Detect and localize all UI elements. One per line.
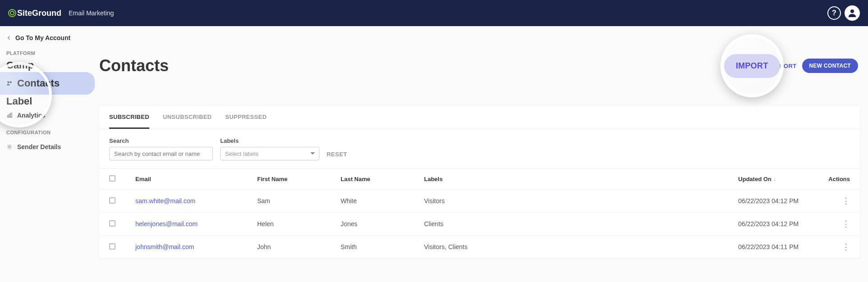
sidebar-item-campaigns[interactable]: Camp bbox=[0, 59, 95, 72]
email-link[interactable]: sam.white@mail.com bbox=[135, 197, 195, 205]
back-label: Go To My Account bbox=[15, 34, 70, 41]
app-name: Email Marketing bbox=[69, 9, 114, 17]
arrow-left-icon bbox=[6, 35, 12, 41]
sidebar-lens-area: Camp Contacts Label bbox=[0, 59, 95, 107]
contacts-card: SUBSCRIBED UNSUBSCRIBED SUPPRESSED Searc… bbox=[99, 106, 860, 258]
avatar-icon[interactable] bbox=[845, 5, 860, 21]
row-actions-menu[interactable]: ⋮ bbox=[842, 196, 850, 206]
section-platform-label: PLATFORM bbox=[6, 50, 95, 56]
cell-first-name: Helen bbox=[247, 213, 331, 236]
table-row: helenjones@mail.comHelenJonesClients06/2… bbox=[99, 213, 860, 236]
svg-rect-5 bbox=[11, 113, 12, 118]
logo-text: SiteGround bbox=[17, 9, 61, 18]
svg-rect-4 bbox=[9, 114, 10, 118]
logo[interactable]: SiteGround bbox=[8, 9, 61, 18]
page-title: Contacts bbox=[99, 56, 169, 75]
sidebar: Go To My Account PLATFORM Camp Contacts … bbox=[0, 26, 99, 266]
topbar-right: ? bbox=[827, 5, 860, 21]
import-button[interactable]: IMPORT bbox=[724, 54, 780, 78]
page-actions: IMPORT XPORT NEW CONTACT bbox=[720, 34, 858, 97]
nav-label: Label bbox=[6, 96, 32, 107]
labels-select-display: Select labels bbox=[220, 147, 319, 160]
cell-updated-on: 06/22/2023 04:11 PM bbox=[728, 236, 818, 259]
section-configuration-label: CONFIGURATION bbox=[6, 130, 95, 135]
magnifier-lens-import: IMPORT bbox=[720, 34, 784, 97]
analytics-icon bbox=[6, 112, 13, 118]
search-field: Search bbox=[109, 137, 213, 160]
nav-label: Analytics bbox=[17, 112, 45, 119]
tab-subscribed[interactable]: SUBSCRIBED bbox=[109, 106, 149, 129]
labels-select[interactable]: Select labels bbox=[220, 147, 319, 160]
email-link[interactable]: helenjones@mail.com bbox=[135, 220, 198, 227]
sidebar-item-analytics[interactable]: Analytics bbox=[0, 107, 95, 123]
th-updated-on[interactable]: Updated On↓ bbox=[728, 169, 818, 190]
table-header-row: Email First Name Last Name Labels Update… bbox=[99, 169, 860, 190]
cell-last-name: Smith bbox=[331, 236, 414, 259]
search-input[interactable] bbox=[109, 147, 213, 160]
contacts-icon bbox=[6, 80, 13, 86]
row-actions-menu[interactable]: ⋮ bbox=[842, 242, 850, 252]
th-actions: Actions bbox=[818, 169, 860, 190]
nav-label: Sender Details bbox=[17, 143, 61, 150]
cell-first-name: John bbox=[247, 236, 331, 259]
th-first-name[interactable]: First Name bbox=[247, 169, 331, 190]
tab-unsubscribed[interactable]: UNSUBSCRIBED bbox=[163, 106, 212, 129]
gear-icon bbox=[6, 144, 13, 150]
cell-labels: Clients bbox=[414, 213, 728, 236]
email-link[interactable]: johnsmith@mail.com bbox=[135, 243, 194, 250]
svg-point-1 bbox=[7, 81, 9, 83]
topbar-left: SiteGround Email Marketing bbox=[8, 9, 114, 18]
filters: Search Labels Select labels RESET bbox=[99, 129, 860, 168]
tab-suppressed[interactable]: SUPPRESSED bbox=[225, 106, 267, 129]
th-email[interactable]: Email bbox=[125, 169, 247, 190]
sidebar-item-sender-details[interactable]: Sender Details bbox=[0, 139, 95, 155]
svg-point-6 bbox=[9, 146, 10, 148]
top-bar: SiteGround Email Marketing ? bbox=[0, 0, 868, 26]
reset-button[interactable]: RESET bbox=[327, 151, 347, 160]
nav-label: Contacts bbox=[17, 77, 60, 89]
sidebar-item-contacts[interactable]: Contacts bbox=[0, 72, 95, 95]
row-checkbox[interactable] bbox=[109, 197, 115, 204]
tabs: SUBSCRIBED UNSUBSCRIBED SUPPRESSED bbox=[99, 106, 860, 129]
row-actions-menu[interactable]: ⋮ bbox=[842, 219, 850, 229]
labels-field: Labels Select labels bbox=[220, 137, 319, 160]
cell-first-name: Sam bbox=[247, 190, 331, 213]
back-to-account-link[interactable]: Go To My Account bbox=[6, 34, 95, 41]
search-label: Search bbox=[109, 137, 213, 144]
table-row: sam.white@mail.comSamWhiteVisitors06/22/… bbox=[99, 190, 860, 213]
cell-labels: Visitors bbox=[414, 190, 728, 213]
page-header: Contacts IMPORT XPORT NEW CONTACT bbox=[99, 34, 860, 97]
svg-point-2 bbox=[9, 81, 11, 83]
row-checkbox[interactable] bbox=[109, 220, 115, 227]
select-all-checkbox[interactable] bbox=[109, 175, 115, 182]
th-labels[interactable]: Labels bbox=[414, 169, 728, 190]
help-icon[interactable]: ? bbox=[827, 6, 841, 20]
svg-point-0 bbox=[850, 9, 854, 13]
sidebar-item-labels[interactable]: Label bbox=[0, 95, 95, 107]
sort-down-icon: ↓ bbox=[773, 176, 776, 182]
new-contact-button[interactable]: NEW CONTACT bbox=[802, 59, 858, 73]
main-content: Contacts IMPORT XPORT NEW CONTACT SUBSCR… bbox=[99, 26, 868, 266]
th-last-name[interactable]: Last Name bbox=[331, 169, 414, 190]
svg-rect-3 bbox=[8, 115, 9, 118]
labels-label: Labels bbox=[220, 137, 319, 144]
cell-updated-on: 06/22/2023 04:12 PM bbox=[728, 213, 818, 236]
table-row: johnsmith@mail.comJohnSmithVisitors, Cli… bbox=[99, 236, 860, 259]
row-checkbox[interactable] bbox=[109, 243, 115, 250]
th-updated-on-label: Updated On bbox=[738, 176, 771, 182]
cell-last-name: White bbox=[331, 190, 414, 213]
cell-updated-on: 06/22/2023 04:12 PM bbox=[728, 190, 818, 213]
nav-label: Camp bbox=[6, 59, 34, 71]
contacts-table: Email First Name Last Name Labels Update… bbox=[99, 168, 860, 258]
logo-icon bbox=[8, 9, 16, 17]
cell-labels: Visitors, Clients bbox=[414, 236, 728, 259]
cell-last-name: Jones bbox=[331, 213, 414, 236]
